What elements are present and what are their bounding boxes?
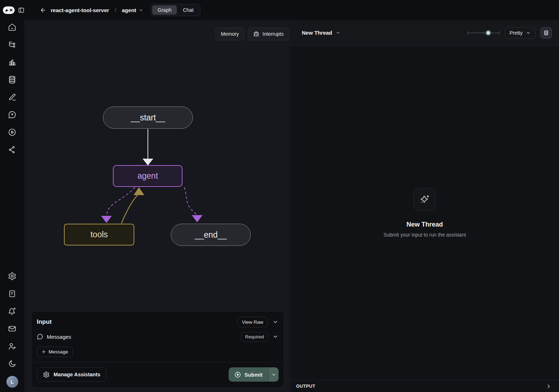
graph-canvas[interactable]: Memory Interrupts [24,20,290,392]
sparkles-icon [420,194,430,204]
home-icon[interactable] [8,23,16,31]
manage-assistants-label: Manage Assistants [54,372,100,377]
datasets-icon[interactable] [8,75,16,84]
settings-icon[interactable] [8,272,16,281]
annotations-icon[interactable] [8,93,16,101]
parrot-tools-icon [4,8,14,13]
sidebar: L [0,20,24,392]
prompts-icon[interactable] [8,110,16,119]
message-bubble-icon [37,333,43,340]
add-message-button[interactable]: Message [37,347,73,357]
gear-icon [43,371,50,378]
documentation-icon[interactable] [8,289,16,298]
back-icon[interactable] [40,7,46,14]
interrupts-label: Interrupts [263,31,284,37]
deployments-icon[interactable] [8,145,16,154]
plus-icon [41,349,46,354]
breadcrumb-project: react-agent-tool-server [51,7,109,13]
input-panel-title: Input [37,318,52,326]
memory-button[interactable]: Memory [215,28,244,40]
submit-split-button: Submit [229,367,279,382]
chevron-down-icon [335,30,341,35]
messages-collapse-icon[interactable] [272,333,279,340]
bug-icon [253,31,259,37]
submit-options-icon[interactable] [268,367,279,382]
assistant-name: agent [122,7,136,13]
play-circle-icon [234,371,241,378]
feedback-icon[interactable] [8,324,16,333]
tab-graph[interactable]: Graph [152,5,177,15]
breadcrumb-separator: / [115,7,116,13]
node-start-label: __start__ [131,113,165,123]
tracing-projects-icon[interactable] [8,40,16,49]
graph-node-agent[interactable]: agent [113,165,183,187]
view-mode-switch: Graph Chat [151,4,200,16]
chevron-down-icon [138,8,144,13]
database-icon [543,30,549,36]
input-collapse-icon[interactable] [272,319,279,325]
node-agent-label: agent [138,171,158,181]
render-mode-select[interactable]: Pretty [505,27,535,39]
graph-node-tools[interactable]: tools [64,224,134,245]
empty-state-title: New Thread [406,221,443,228]
submit-label: Submit [244,372,263,378]
app-root: react-agent-tool-server / agent Graph Ch… [0,0,559,392]
playground-icon[interactable] [8,128,16,137]
thread-title-label: New Thread [302,30,332,36]
monitoring-icon[interactable] [8,58,16,66]
topbar: react-agent-tool-server / agent Graph Ch… [0,0,559,20]
node-tools-label: tools [90,230,108,239]
add-message-label: Message [49,349,68,354]
messages-field-label: Messages [47,334,71,340]
notifications-icon[interactable] [8,307,16,316]
user-avatar[interactable]: L [6,376,18,388]
assistant-selector[interactable]: agent [122,7,144,13]
memory-label: Memory [221,31,239,37]
langsmith-logo [3,6,15,14]
render-mode-value: Pretty [509,30,523,36]
view-raw-button[interactable]: View Raw [237,317,268,327]
new-thread-card [413,188,436,211]
detail-level-slider[interactable] [468,29,500,36]
output-label: OUTPUT [296,384,315,389]
thread-panel: New Thread Pretty [290,20,559,392]
input-panel: Input View Raw Messages Required [31,311,284,388]
invite-members-icon[interactable] [8,342,16,351]
interrupts-button[interactable]: Interrupts [248,28,289,40]
state-view-button[interactable] [540,27,552,39]
node-end-label: __end__ [195,230,227,240]
tab-chat[interactable]: Chat [178,5,199,15]
output-section[interactable]: OUTPUT [290,380,559,392]
chevron-right-icon[interactable] [545,383,552,389]
manage-assistants-button[interactable]: Manage Assistants [37,367,106,382]
required-badge: Required [241,332,268,342]
thread-header: New Thread Pretty [290,20,559,46]
chevron-down-icon [526,30,531,35]
thread-selector[interactable]: New Thread [302,30,341,36]
slider-handle[interactable] [485,30,491,36]
thread-empty-state: New Thread Submit your input to run the … [290,46,559,380]
avatar-initial: L [11,379,14,385]
submit-button[interactable]: Submit [229,367,268,382]
graph-toolbar: Memory Interrupts [215,28,289,40]
graph-node-end[interactable]: __end__ [171,224,251,246]
sidebar-toggle-icon[interactable] [18,7,25,14]
graph-node-start[interactable]: __start__ [103,106,193,129]
color-theme-icon[interactable] [8,359,16,368]
empty-state-subtitle: Submit your input to run the assistant [383,232,466,238]
